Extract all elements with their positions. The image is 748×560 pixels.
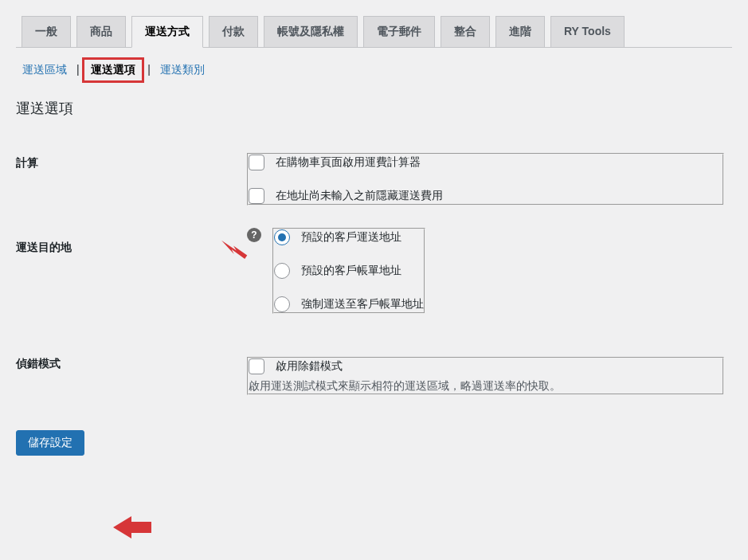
tab-accounts[interactable]: 帳號及隱私權	[264, 16, 358, 47]
option-enable-calculator-label[interactable]: 在購物車頁面啟用運費計算器	[249, 155, 723, 170]
option-default-billing-label[interactable]: 預設的客戶帳單地址	[274, 263, 424, 279]
debug-description: 啟用運送測試模式來顯示相符的運送區域，略過運送率的快取。	[249, 379, 723, 394]
option-force-billing-label[interactable]: 強制運送至客戶帳單地址	[274, 296, 424, 312]
subtab-classes[interactable]: 運送類別	[154, 60, 211, 80]
tab-checkout[interactable]: 付款	[209, 16, 258, 47]
radio-default-shipping[interactable]	[274, 229, 290, 245]
settings-tabs: 一般 商品 運送方式 付款 帳號及隱私權 電子郵件 整合 進階 RY Tools	[16, 16, 732, 48]
label-destination: 運送目的地	[16, 241, 72, 253]
tab-advanced[interactable]: 進階	[495, 16, 545, 47]
radio-force-billing[interactable]	[274, 296, 290, 312]
checkbox-hide-until-address[interactable]	[249, 188, 264, 204]
checkbox-enable-calculator[interactable]	[249, 155, 264, 170]
option-enable-debug-label[interactable]: 啟用除錯模式	[249, 358, 723, 374]
tab-integration[interactable]: 整合	[441, 16, 490, 47]
label-debug: 偵錯模式	[16, 325, 239, 406]
tab-rytools[interactable]: RY Tools	[550, 16, 625, 47]
option-default-shipping-label[interactable]: 預設的客戶運送地址	[274, 229, 424, 245]
label-calculations: 計算	[16, 142, 239, 217]
highlight-box: 運送選項	[82, 57, 144, 83]
radio-default-billing[interactable]	[274, 263, 290, 279]
settings-form: 計算 在購物車頁面啟用運費計算器 在地址尚未輸入之前隱藏運送費用 運送目的地	[16, 142, 732, 406]
shipping-subtabs: 運送區域 | 運送選項 | 運送類別	[16, 57, 732, 83]
tab-general[interactable]: 一般	[22, 16, 71, 47]
save-button[interactable]: 儲存設定	[16, 430, 84, 456]
section-title: 運送選項	[16, 99, 732, 118]
checkbox-enable-debug[interactable]	[249, 358, 264, 374]
tab-products[interactable]: 商品	[76, 16, 126, 47]
annotation-arrow-icon	[213, 237, 253, 261]
subtab-zones[interactable]: 運送區域	[16, 60, 73, 80]
tab-email[interactable]: 電子郵件	[363, 16, 435, 47]
tab-shipping[interactable]: 運送方式	[131, 16, 203, 48]
option-hide-until-address-label[interactable]: 在地址尚未輸入之前隱藏運送費用	[249, 188, 723, 204]
subtab-options[interactable]: 運送選項	[84, 60, 142, 80]
svg-marker-0	[221, 241, 247, 259]
